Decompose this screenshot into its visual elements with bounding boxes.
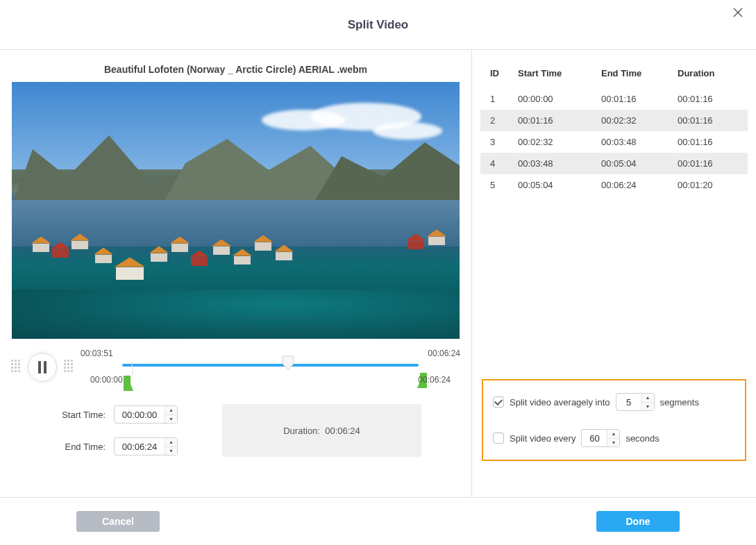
video-filename: Beautiful Lofoten (Norway _ Arctic Circl…: [8, 64, 463, 75]
duration-label: Duration:: [283, 426, 320, 436]
table-cell: 00:03:48: [512, 153, 596, 174]
close-icon[interactable]: [732, 7, 746, 21]
table-row[interactable]: 300:02:3200:03:4800:01:16: [480, 131, 748, 153]
duration-value: 00:06:24: [325, 426, 360, 436]
done-button[interactable]: Done: [596, 511, 680, 532]
drag-grip-icon[interactable]: [11, 360, 21, 375]
table-cell: 00:01:20: [672, 174, 748, 196]
start-time-step-down[interactable]: ▼: [165, 415, 177, 424]
table-cell: 3: [480, 131, 512, 153]
table-row[interactable]: 200:01:1600:02:3200:01:16: [480, 110, 748, 131]
split-every-checkbox[interactable]: [493, 433, 504, 444]
table-cell: 00:01:16: [672, 153, 748, 174]
col-end: End Time: [596, 61, 672, 88]
split-averagely-label-pre: Split video averagely into: [510, 397, 610, 408]
table-cell: 00:06:24: [596, 174, 672, 196]
table-cell: 00:01:16: [672, 110, 748, 131]
end-time-input[interactable]: ▲ ▼: [114, 437, 178, 455]
cancel-button[interactable]: Cancel: [76, 511, 160, 532]
split-every-label-pre: Split video every: [510, 433, 576, 444]
split-every-label-post: seconds: [625, 433, 659, 444]
table-cell: 4: [480, 153, 512, 174]
split-every-input[interactable]: ▲ ▼: [581, 429, 620, 447]
end-time-step-down[interactable]: ▼: [165, 447, 177, 455]
split-averagely-field[interactable]: [616, 397, 641, 408]
table-cell: 00:01:16: [596, 88, 672, 110]
split-averagely-input[interactable]: ▲ ▼: [616, 393, 655, 411]
dialog-title: Split Video: [348, 18, 409, 32]
every-step-up[interactable]: ▲: [607, 430, 619, 439]
playback-current-time: 00:03:51: [81, 349, 113, 358]
range-handle-start[interactable]: [115, 362, 133, 376]
timeline[interactable]: 00:03:51 00:06:24 00:00:00 00:06:24: [81, 344, 460, 390]
col-id: ID: [480, 61, 512, 88]
end-time-step-up[interactable]: ▲: [165, 438, 177, 447]
table-cell: 00:03:48: [596, 131, 672, 153]
table-row[interactable]: 500:05:0400:06:2400:01:20: [480, 174, 748, 196]
track-line: [122, 364, 419, 367]
drag-grip-icon[interactable]: [64, 360, 74, 375]
end-time-label: End Time:: [50, 442, 106, 452]
range-start-label: 00:00:00: [90, 375, 123, 385]
range-end-label: 00:06:24: [418, 375, 451, 385]
split-averagely-label-post: segments: [660, 397, 699, 408]
table-cell: 00:05:04: [596, 153, 672, 174]
table-cell: 00:02:32: [512, 131, 596, 153]
table-cell: 2: [480, 110, 512, 131]
start-time-field[interactable]: [115, 410, 165, 420]
table-cell: 5: [480, 174, 512, 196]
table-cell: 00:01:16: [672, 88, 748, 110]
title-bar: Split Video: [0, 0, 756, 50]
table-row[interactable]: 400:03:4800:05:0400:01:16: [480, 153, 748, 174]
start-time-input[interactable]: ▲ ▼: [114, 405, 178, 424]
table-cell: 00:01:16: [512, 110, 596, 131]
duration-display: Duration: 00:06:24: [222, 404, 421, 457]
table-cell: 00:00:00: [512, 88, 596, 110]
table-cell: 1: [480, 88, 512, 110]
split-averagely-checkbox[interactable]: [493, 396, 504, 408]
split-every-field[interactable]: [582, 433, 607, 444]
video-preview[interactable]: [12, 82, 460, 339]
col-duration: Duration: [672, 61, 748, 88]
avg-step-up[interactable]: ▲: [642, 394, 654, 403]
split-options-panel: Split video averagely into ▲ ▼ segments …: [482, 379, 746, 461]
table-cell: 00:02:32: [596, 110, 672, 131]
every-step-down[interactable]: ▼: [607, 439, 619, 447]
start-time-step-up[interactable]: ▲: [165, 406, 177, 415]
col-start: Start Time: [512, 61, 596, 88]
start-time-label: Start Time:: [50, 410, 106, 420]
pause-button[interactable]: [28, 353, 57, 382]
playhead-scrubber[interactable]: [282, 355, 294, 371]
table-cell: 00:01:16: [672, 131, 748, 153]
avg-step-down[interactable]: ▼: [642, 403, 654, 411]
segments-table: ID Start Time End Time Duration 100:00:0…: [480, 61, 748, 196]
end-time-field[interactable]: [115, 442, 165, 452]
pause-icon: [38, 361, 47, 374]
table-row[interactable]: 100:00:0000:01:1600:01:16: [480, 88, 748, 110]
svg-marker-3: [124, 376, 133, 391]
playback-total-time: 00:06:24: [428, 349, 460, 358]
footer: Cancel Done: [0, 497, 756, 545]
table-cell: 00:05:04: [512, 174, 596, 196]
